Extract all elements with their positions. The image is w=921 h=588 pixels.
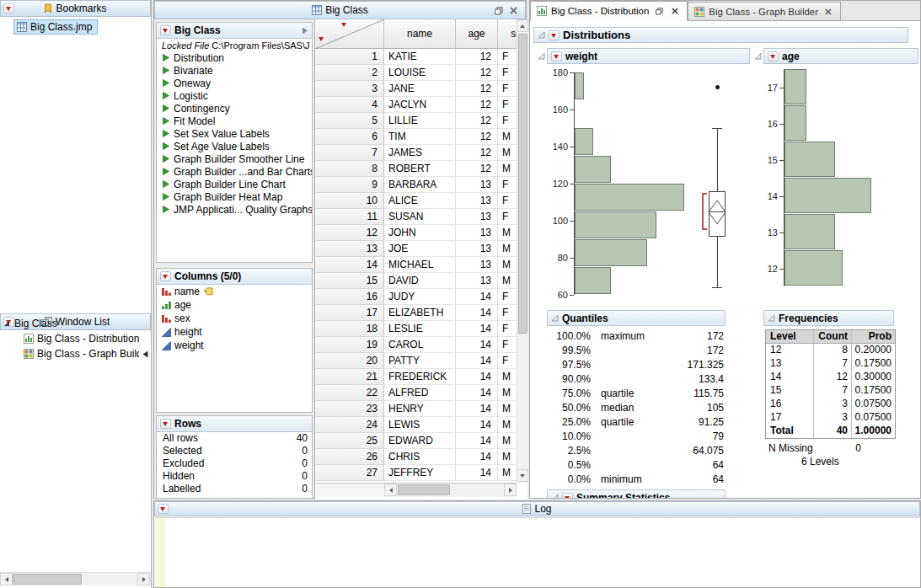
- column-item[interactable]: weight: [157, 339, 312, 352]
- script-item[interactable]: Graph Builder ...and Bar Charts: [157, 165, 312, 178]
- age-cell[interactable]: 14: [456, 369, 498, 385]
- age-cell[interactable]: 12: [456, 113, 498, 129]
- name-cell[interactable]: DAVID: [384, 273, 456, 289]
- name-cell[interactable]: ELIZABETH: [384, 305, 456, 321]
- disclosure-icon[interactable]: [538, 31, 545, 39]
- log-content[interactable]: [155, 517, 919, 586]
- sex-cell[interactable]: M: [498, 417, 517, 433]
- name-cell[interactable]: JEFFREY: [384, 465, 456, 481]
- row-number-cell[interactable]: 11: [315, 209, 384, 225]
- sex-cell[interactable]: M: [498, 241, 517, 257]
- sex-cell[interactable]: F: [498, 289, 517, 305]
- name-cell[interactable]: LEWIS: [384, 417, 456, 433]
- name-cell[interactable]: CAROL: [384, 337, 456, 353]
- age-cell[interactable]: 14: [456, 449, 498, 465]
- row-stat[interactable]: Labelled 0: [157, 483, 312, 495]
- scroll-left-button[interactable]: [0, 573, 13, 585]
- name-cell[interactable]: LILLIE: [384, 113, 456, 129]
- script-arrow-icon[interactable]: [163, 54, 169, 61]
- name-cell[interactable]: ALFRED: [384, 385, 456, 401]
- age-cell[interactable]: 14: [456, 337, 498, 353]
- row-number-cell[interactable]: 2: [315, 65, 384, 81]
- age-cell[interactable]: 13: [456, 177, 498, 193]
- disclosure-icon[interactable]: [768, 314, 775, 322]
- row-number-cell[interactable]: 7: [315, 145, 384, 161]
- row-number-cell[interactable]: 8: [315, 161, 384, 177]
- row-number-cell[interactable]: 13: [315, 241, 384, 257]
- row-number-cell[interactable]: 16: [315, 289, 384, 305]
- scroll-right-button[interactable]: [504, 484, 517, 496]
- name-cell[interactable]: LESLIE: [384, 321, 456, 337]
- script-item[interactable]: Distribution: [157, 51, 312, 64]
- sex-cell[interactable]: M: [498, 273, 517, 289]
- sex-cell[interactable]: F: [498, 49, 517, 65]
- row-number-cell[interactable]: 14: [315, 257, 384, 273]
- row-number-cell[interactable]: 17: [315, 305, 384, 321]
- age-cell[interactable]: 12: [456, 65, 498, 81]
- red-triangle-menu[interactable]: [768, 51, 779, 61]
- sex-cell[interactable]: M: [498, 145, 517, 161]
- sex-cell[interactable]: F: [498, 353, 517, 369]
- age-cell[interactable]: 13: [456, 209, 498, 225]
- weight-histogram-bar[interactable]: [575, 211, 656, 238]
- row-number-cell[interactable]: 5: [315, 113, 384, 129]
- red-triangle-menu[interactable]: [160, 271, 171, 281]
- column-header-age[interactable]: age: [456, 19, 498, 49]
- age-histogram-bar[interactable]: [784, 69, 806, 104]
- script-item[interactable]: Graph Builder Line Chart: [157, 178, 312, 190]
- script-item[interactable]: JMP Applicati... Quality Graphs: [157, 203, 312, 216]
- restore-button[interactable]: [491, 4, 506, 17]
- column-item[interactable]: name: [157, 285, 312, 298]
- script-item[interactable]: Graph Builder Heat Map: [157, 190, 312, 203]
- column-item[interactable]: age: [157, 298, 312, 312]
- age-histogram-bar[interactable]: [784, 142, 835, 177]
- name-cell[interactable]: PATTY: [384, 353, 456, 369]
- sex-cell[interactable]: F: [498, 337, 517, 353]
- name-cell[interactable]: LOUISE: [384, 65, 456, 81]
- weight-histogram-bar[interactable]: [575, 239, 647, 266]
- row-stat[interactable]: Excluded 0: [157, 457, 312, 470]
- sex-cell[interactable]: M: [498, 129, 517, 145]
- red-triangle-menu[interactable]: [549, 30, 560, 40]
- name-cell[interactable]: JACLYN: [384, 97, 456, 113]
- age-cell[interactable]: 12: [456, 49, 498, 65]
- script-arrow-icon[interactable]: [163, 67, 169, 74]
- distributions-outline-bar[interactable]: Distributions: [533, 27, 908, 43]
- red-triangle-menu[interactable]: [562, 493, 573, 499]
- script-arrow-icon[interactable]: [163, 130, 169, 137]
- row-number-cell[interactable]: 19: [315, 337, 384, 353]
- age-cell[interactable]: 12: [456, 129, 498, 145]
- tab-close-button[interactable]: [669, 5, 681, 18]
- name-cell[interactable]: SUSAN: [384, 209, 456, 225]
- weight-histogram-bar[interactable]: [575, 72, 584, 99]
- sex-cell[interactable]: M: [498, 465, 517, 481]
- disclosure-icon[interactable]: [551, 314, 559, 322]
- name-cell[interactable]: KATIE: [384, 49, 456, 65]
- collapse-panel-chevron-icon[interactable]: [302, 27, 308, 35]
- weight-outline-bar[interactable]: weight: [547, 48, 750, 64]
- window-list-item-distribution[interactable]: Big Class - Distribution: [24, 332, 148, 345]
- name-cell[interactable]: JOHN: [384, 225, 456, 241]
- tab-close-button[interactable]: [822, 5, 834, 18]
- row-number-cell[interactable]: 25: [315, 433, 384, 449]
- weight-histogram-bar[interactable]: [575, 267, 611, 294]
- window-list-item-graph-builder[interactable]: Big Class - Graph Builder: [24, 347, 148, 361]
- age-cell[interactable]: 14: [456, 417, 498, 433]
- tab-graph-builder[interactable]: Big Class - Graph Builder: [688, 2, 841, 21]
- rows-red-triangle-menu[interactable]: [318, 35, 329, 45]
- scroll-down-button[interactable]: [517, 469, 528, 482]
- red-triangle-menu[interactable]: [158, 504, 169, 514]
- sex-cell[interactable]: F: [498, 193, 517, 209]
- quantiles-outline-bar[interactable]: Quantiles: [547, 310, 726, 326]
- script-item[interactable]: Logistic: [157, 89, 312, 102]
- age-cell[interactable]: 14: [456, 401, 498, 417]
- sex-cell[interactable]: F: [498, 321, 517, 337]
- name-cell[interactable]: JANE: [384, 81, 456, 97]
- sex-cell[interactable]: F: [498, 177, 517, 193]
- grid-corner-cell[interactable]: [315, 19, 384, 49]
- age-cell[interactable]: 14: [456, 465, 498, 481]
- bookmark-item[interactable]: Big Class.jmp: [13, 19, 98, 35]
- script-arrow-icon[interactable]: [163, 168, 169, 175]
- sex-cell[interactable]: F: [498, 81, 517, 97]
- age-cell[interactable]: 13: [456, 257, 498, 273]
